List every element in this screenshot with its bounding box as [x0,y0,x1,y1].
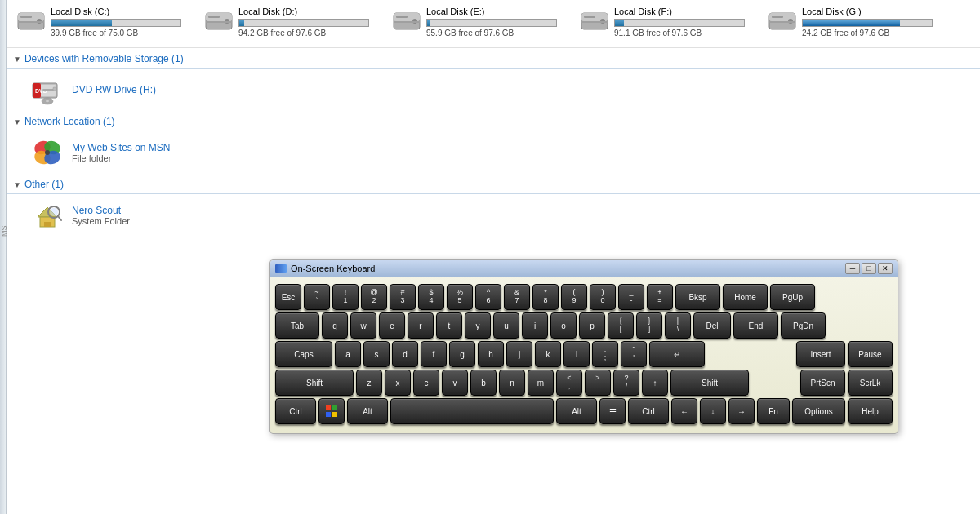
key-x[interactable]: x [385,370,411,396]
key-caps[interactable]: Caps [275,341,332,367]
svg-rect-13 [396,16,408,18]
key-c[interactable]: c [413,370,439,396]
key-z[interactable]: z [356,370,382,396]
dvd-name: DVD RW Drive (H:) [72,84,156,95]
key-right-arrow[interactable]: → [728,398,755,424]
key-semicolon[interactable]: :; [592,341,618,367]
key-left-arrow[interactable]: ← [671,398,697,424]
key-ctrl-right[interactable]: Ctrl [628,398,669,424]
key-h[interactable]: h [478,341,504,367]
key-slash[interactable]: ?/ [613,370,639,396]
key-k[interactable]: k [535,341,561,367]
key-up-arrow[interactable]: ↑ [642,370,668,396]
key-enter[interactable]: ↵ [649,341,705,367]
key-shift-right[interactable]: Shift [670,370,749,396]
disk-item-e[interactable]: Local Disk (E:) 95.9 GB free of 97.6 GB [389,3,568,41]
key-tab[interactable]: Tab [275,312,319,339]
key-alt-right[interactable]: Alt [556,398,597,424]
key-y[interactable]: y [465,312,491,339]
key-pgup[interactable]: PgUp [770,284,815,310]
key-a[interactable]: a [335,341,361,367]
disk-item-f[interactable]: Local Disk (F:) 91.1 GB free of 97.6 GB [577,3,756,41]
key-w[interactable]: w [350,312,376,339]
key-j[interactable]: j [506,341,532,367]
other-section-header[interactable]: ▼ Other (1) [7,174,980,194]
key-1[interactable]: !1 [332,284,359,310]
key-lbracket[interactable]: {[ [608,312,634,339]
dvd-item[interactable]: DVD DVD RW Drive (H:) [7,69,980,111]
key-period[interactable]: >. [585,370,611,396]
key-t[interactable]: t [436,312,462,339]
key-comma[interactable]: <, [556,370,582,396]
key-equals[interactable]: += [647,284,673,310]
key-alt-left[interactable]: Alt [347,398,388,424]
key-2[interactable]: @2 [361,284,387,310]
key-9[interactable]: (9 [561,284,587,310]
key-7[interactable]: &7 [504,284,530,310]
key-pause[interactable]: Pause [848,341,893,367]
key-delete[interactable]: Del [693,312,731,339]
key-rbracket[interactable]: }] [636,312,662,339]
disk-item-d[interactable]: Local Disk (D:) 94.2 GB free of 97.6 GB [201,3,381,41]
osk-minimize-button[interactable]: ─ [845,263,860,274]
key-shift-left[interactable]: Shift [275,370,354,396]
key-6[interactable]: ^6 [475,284,501,310]
key-v[interactable]: v [442,370,468,396]
key-menu[interactable]: ☰ [599,398,626,424]
key-8[interactable]: *8 [532,284,559,310]
key-5[interactable]: %5 [447,284,473,310]
key-minus[interactable]: _- [618,284,644,310]
key-pgdn[interactable]: PgDn [781,312,826,339]
key-backspace[interactable]: Bksp [675,284,720,310]
removable-section-header[interactable]: ▼ Devices with Removable Storage (1) [7,48,980,69]
key-esc[interactable]: Esc [275,284,301,310]
key-g[interactable]: g [449,341,475,367]
key-spacebar[interactable] [390,398,554,424]
key-r[interactable]: r [408,312,434,339]
key-row-5: Ctrl Alt Alt ☰ Ctrl ← ↓ → Fn Options Hel… [275,398,893,424]
disk-item-c[interactable]: Local Disk (C:) 39.9 GB free of 75.0 GB [13,3,193,41]
key-u[interactable]: u [493,312,519,339]
key-fn[interactable]: Fn [757,398,790,424]
nero-item[interactable]: Nero Scout System Folder [7,194,980,237]
key-options[interactable]: Options [792,398,845,424]
network-item[interactable]: My Web Sites on MSN File folder [7,131,980,174]
key-prtscn[interactable]: PrtScn [800,370,845,396]
key-m[interactable]: m [528,370,554,396]
key-p[interactable]: p [579,312,605,339]
key-backslash[interactable]: |\ [665,312,691,339]
key-quote[interactable]: "' [621,341,647,367]
key-n[interactable]: n [499,370,525,396]
disk-item-g[interactable]: Local Disk (G:) 24.2 GB free of 97.6 GB [764,3,944,41]
key-b[interactable]: b [470,370,497,396]
key-home[interactable]: Home [723,284,768,310]
key-f[interactable]: f [421,341,447,367]
key-0[interactable]: )0 [590,284,616,310]
key-4[interactable]: $4 [418,284,444,310]
key-q[interactable]: q [322,312,348,339]
key-s[interactable]: s [363,341,390,367]
key-l[interactable]: l [564,341,590,367]
key-o[interactable]: o [550,312,577,339]
svg-line-43 [58,216,61,220]
key-down-arrow[interactable]: ↓ [700,398,726,424]
key-scrlk[interactable]: ScrLk [848,370,893,396]
key-help[interactable]: Help [848,398,893,424]
key-ctrl-left[interactable]: Ctrl [275,398,316,424]
disk-info-e: Local Disk (E:) 95.9 GB free of 97.6 GB [426,7,565,38]
osk-close-button[interactable]: ✕ [878,263,893,274]
disk-name-e: Local Disk (E:) [426,7,565,16]
key-d[interactable]: d [392,341,418,367]
key-3[interactable]: #3 [390,284,416,310]
key-insert[interactable]: Insert [796,341,845,367]
disk-bar-container-f [614,19,745,27]
key-end[interactable]: End [733,312,778,339]
key-e[interactable]: e [379,312,405,339]
key-win[interactable] [318,398,345,424]
key-backtick[interactable]: ~` [304,284,330,310]
nero-icon [31,199,64,232]
osk-maximize-button[interactable]: □ [862,263,876,274]
network-section-header[interactable]: ▼ Network Location (1) [7,111,980,131]
key-i[interactable]: i [522,312,548,339]
disk-name-d: Local Disk (D:) [238,7,377,16]
